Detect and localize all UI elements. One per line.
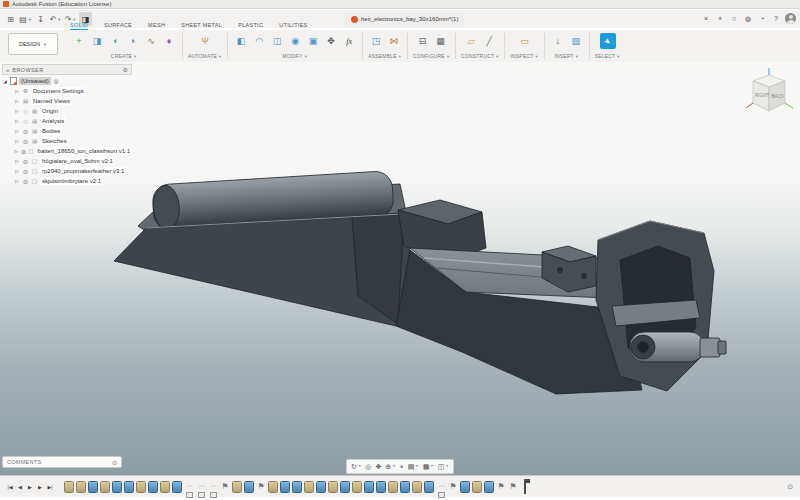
go-to-start-button[interactable]: |◀ xyxy=(6,481,14,493)
expand-arrow-icon[interactable]: ▷ xyxy=(14,169,20,174)
timeline-feature-sketch[interactable] xyxy=(100,481,110,493)
ribbon-tab-utilities[interactable]: UTILITIES xyxy=(279,21,307,30)
activate-component-icon[interactable]: ◎ xyxy=(54,78,59,84)
ribbon-group-label-automate[interactable]: AUTOMATE▼ xyxy=(188,53,222,59)
timeline-feature-solid[interactable] xyxy=(424,481,434,493)
look-at-icon[interactable]: ◎ xyxy=(365,463,371,470)
expand-arrow-icon[interactable]: ▷ xyxy=(14,109,20,114)
timeline-feature-solid[interactable] xyxy=(172,481,182,493)
expand-arrow-icon[interactable]: ▷ xyxy=(14,99,20,104)
configuration-icon[interactable]: ⊟ xyxy=(415,33,431,49)
browser-item-batteri-18650-ion-classihson-v1-1[interactable]: ▷⊙▢batteri_18650_ion_classihson v1:1 xyxy=(2,146,132,156)
timeline-feature-sketch[interactable] xyxy=(232,481,242,493)
timeline-feature-solid[interactable] xyxy=(148,481,158,493)
expand-arrow-icon[interactable]: ▷ xyxy=(14,179,20,184)
play-button[interactable]: ▶ xyxy=(26,481,34,493)
zoom-icon[interactable]: ⊕▼ xyxy=(385,463,395,470)
extrude-icon[interactable]: ◨ xyxy=(89,33,105,49)
timeline-playhead[interactable] xyxy=(524,479,526,494)
move-icon[interactable]: ✥ xyxy=(323,33,339,49)
offset-plane-icon[interactable]: ▱ xyxy=(463,33,479,49)
timeline-feature-sketch[interactable] xyxy=(304,481,314,493)
comment-indicator-icon[interactable]: ⊙ xyxy=(112,459,117,466)
orbit-icon[interactable]: ↻▼ xyxy=(351,463,361,470)
workspace-switcher-button[interactable]: DESIGN ▼ xyxy=(8,33,58,55)
timeline-feature-solid[interactable] xyxy=(244,481,254,493)
step-forward-button[interactable]: ▶ xyxy=(36,481,44,493)
grid-settings-icon[interactable]: ▦▼ xyxy=(423,463,434,470)
timeline-feature-solid[interactable] xyxy=(292,481,302,493)
file-menu-icon[interactable]: ▤▼ xyxy=(19,12,32,26)
timeline-feature-solid[interactable] xyxy=(460,481,470,493)
timeline-feature-solid[interactable] xyxy=(280,481,290,493)
save-icon[interactable]: ↧ xyxy=(34,12,47,26)
expand-arrow-icon[interactable]: ▷ xyxy=(14,129,20,134)
new-tab-icon[interactable]: + xyxy=(715,12,725,25)
document-tab[interactable]: hex_electronics_bay_30x160mm*(1) xyxy=(345,11,464,27)
press-pull-icon[interactable]: ◧ xyxy=(233,33,249,49)
ribbon-group-label-insert[interactable]: INSERT▼ xyxy=(554,53,579,59)
ribbon-tab-plastic[interactable]: PLASTIC xyxy=(238,21,263,30)
view-cube[interactable]: RIGHT BACK xyxy=(744,66,796,118)
timeline-feature-solid[interactable] xyxy=(124,481,134,493)
browser-item-origin[interactable]: ▷⊙▤Origin xyxy=(2,106,132,116)
extensions-manager-icon[interactable]: ◍ xyxy=(743,12,753,25)
timeline-feature-solid[interactable] xyxy=(316,481,326,493)
combine-icon[interactable]: ◉ xyxy=(287,33,303,49)
visibility-eye-icon[interactable]: ⊙ xyxy=(21,148,26,155)
timeline-feature-sketch[interactable] xyxy=(136,481,146,493)
timeline-feature-sketch[interactable] xyxy=(352,481,362,493)
timeline-feature-solid[interactable] xyxy=(364,481,374,493)
form-icon[interactable]: ◖ xyxy=(107,33,123,49)
timeline-feature-group[interactable]: ⋯ xyxy=(208,481,218,493)
ribbon-group-label-assemble[interactable]: ASSEMBLE▼ xyxy=(368,53,402,59)
browser-item-skjutstr-mbrytare-v2-1[interactable]: ▷⊙▢skjutströmbrytare v2:1 xyxy=(2,176,132,186)
ribbon-group-label-inspect[interactable]: INSPECT▼ xyxy=(510,53,538,59)
shell-icon[interactable]: ◫ xyxy=(269,33,285,49)
timeline-feature-flag[interactable]: ⚑ xyxy=(220,481,230,493)
timeline-feature-solid[interactable] xyxy=(484,481,494,493)
browser-item-h-gtalare-oval-5ohm-v2-1[interactable]: ▷⊙▢högtalare_oval_5ohm v2:1 xyxy=(2,156,132,166)
ribbon-group-label-configure[interactable]: CONFIGURE▼ xyxy=(413,53,450,59)
fit-icon[interactable]: ⌖ xyxy=(400,463,404,470)
browser-item-sketches[interactable]: ▷⊙▤Sketches xyxy=(2,136,132,146)
data-panel-icon[interactable]: ⊞ xyxy=(4,12,17,26)
visibility-eye-icon[interactable]: ⊙ xyxy=(22,128,29,135)
create-sketch-icon[interactable]: + xyxy=(71,33,87,49)
viewcube-right-face-label[interactable]: BACK xyxy=(772,94,785,99)
timeline-feature-flag[interactable]: ⚑ xyxy=(256,481,266,493)
profile-avatar-icon[interactable] xyxy=(785,13,796,24)
timeline-feature-sketch[interactable] xyxy=(388,481,398,493)
sweep-icon[interactable]: ∿ xyxy=(143,33,159,49)
timeline-feature-sketch[interactable] xyxy=(472,481,482,493)
comments-bar[interactable]: COMMENTS ⊙ xyxy=(2,456,122,468)
browser-item-analysis[interactable]: ▷⊙▤Analysis xyxy=(2,116,132,126)
timeline-feature-sketch[interactable] xyxy=(412,481,422,493)
timeline-feature-sketch[interactable] xyxy=(64,481,74,493)
step-back-button[interactable]: ◀ xyxy=(16,481,24,493)
timeline-feature-flag[interactable]: ⚑ xyxy=(496,481,506,493)
timeline-feature-group[interactable]: ⋯ xyxy=(184,481,194,493)
visibility-eye-icon[interactable]: ⊙ xyxy=(22,158,29,165)
ribbon-tab-sheet-metal[interactable]: SHEET METAL xyxy=(181,21,222,30)
config-table-icon[interactable]: ▦ xyxy=(433,33,449,49)
expand-arrow-icon[interactable]: ▷ xyxy=(14,149,19,154)
visibility-eye-icon[interactable]: ⊙ xyxy=(22,138,29,145)
insert-derive-icon[interactable]: ↓ xyxy=(550,33,566,49)
undo-icon[interactable]: ↶▼ xyxy=(49,12,62,26)
collapse-panel-icon[interactable]: « xyxy=(6,67,9,73)
viewports-icon[interactable]: ◫▼ xyxy=(438,463,449,470)
expand-arrow-icon[interactable]: ▷ xyxy=(14,139,20,144)
viewcube-left-face-label[interactable]: RIGHT xyxy=(755,93,769,98)
timeline-feature-sketch[interactable] xyxy=(160,481,170,493)
axis-icon[interactable]: ╱ xyxy=(481,33,497,49)
browser-settings-gear-icon[interactable]: ⚙ xyxy=(123,66,128,73)
job-status-icon[interactable]: ○ xyxy=(729,12,739,25)
expand-arrow-icon[interactable]: ▷ xyxy=(14,89,20,94)
fillet-icon[interactable]: ◠ xyxy=(251,33,267,49)
ribbon-tab-surface[interactable]: SURFACE xyxy=(104,21,132,30)
browser-item-bodies[interactable]: ▷⊙▤Bodies xyxy=(2,126,132,136)
viewport-canvas[interactable]: RIGHT BACK « BROWSER ⚙ ◢ (Unsaved) ◎ ▷⚙D… xyxy=(0,62,800,475)
pan-icon[interactable]: ✥ xyxy=(375,463,381,470)
timeline-feature-solid[interactable] xyxy=(340,481,350,493)
